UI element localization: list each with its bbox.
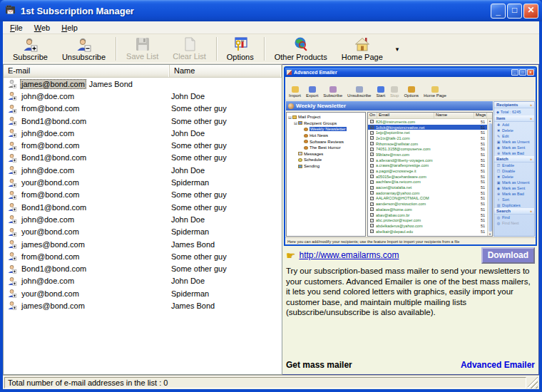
table-row[interactable]: james@bond.com James Bond <box>4 299 282 311</box>
clear-list-label: Clear List <box>173 52 205 61</box>
home-page-button[interactable]: Home Page <box>334 35 390 63</box>
table-row[interactable]: Bond1@bond.com Some other guy <box>4 152 282 164</box>
tree-item: Weekly Newsletter <box>287 126 364 133</box>
column-header-name[interactable]: Name <box>170 65 282 77</box>
pointing-hand-icon: ☛ <box>286 250 295 261</box>
email-cell: john@doe.com <box>20 91 168 101</box>
name-cell: John Doe <box>168 277 282 285</box>
table-row[interactable]: your@bond.com Spiderman <box>4 287 282 299</box>
table-row[interactable]: john@doe.com John Doe <box>4 90 282 102</box>
maximize-button[interactable]: □ <box>507 4 522 19</box>
subscribe-button[interactable]: Subscribe <box>6 35 55 63</box>
person-add-icon <box>7 277 18 286</box>
name-cell: Some other guy <box>168 153 282 162</box>
emailarms-link[interactable]: http://www.emailarms.com <box>299 250 399 260</box>
table-row[interactable]: john@doe.com John Doe <box>4 275 282 287</box>
table-row[interactable]: Bond1@bond.com Some other guy <box>4 201 282 213</box>
tree-node-icon <box>304 146 308 150</box>
mini-menubar <box>285 77 536 83</box>
checkbox-icon: ✓ <box>370 229 374 233</box>
titlebar[interactable]: 1st Subscription Manager _ □ ✕ <box>0 0 542 21</box>
footer-advanced-emailer-link[interactable]: Advanced Emailer <box>461 360 535 370</box>
menu-help[interactable]: Help <box>56 22 83 33</box>
person-add-icon <box>7 190 18 200</box>
tree-item: ⊟ Recipient Groups <box>287 120 364 127</box>
table-row[interactable]: john@doe.com John Doe <box>4 127 282 139</box>
mini-table-row: ✓ aachfare@ia.netcom.com 51 <box>368 180 492 185</box>
table-row[interactable]: your@bond.com Spiderman <box>4 176 282 188</box>
download-button[interactable]: Download <box>481 247 535 264</box>
email-cell: james@bond.com <box>20 79 86 89</box>
checkbox-icon: ✓ <box>370 170 374 173</box>
close-button[interactable]: ✕ <box>523 4 538 19</box>
home-icon <box>354 36 371 53</box>
person-add-icon <box>21 36 39 53</box>
name-cell: John Doe <box>168 215 282 224</box>
column-header-email[interactable]: E-mail <box>4 65 170 77</box>
table-row[interactable]: Bond1@bond.com Some other guy <box>4 115 282 127</box>
name-cell: Some other guy <box>168 190 282 199</box>
mini-table-row: ✓ a.pagot@ecnossrege.it 51 <box>368 168 492 174</box>
ad-footer: Get mass mailer Advanced Emailer <box>284 360 537 374</box>
other-products-button[interactable]: Other Products <box>267 35 334 63</box>
table-row[interactable]: james@bond.com James Bond <box>4 238 282 250</box>
name-cell: John Doe <box>168 166 282 175</box>
checkbox-icon: ✓ <box>370 180 374 184</box>
email-cell: Bond1@bond.com <box>20 202 168 212</box>
name-cell: James Bond <box>168 240 282 249</box>
table-row[interactable]: Bond1@bond.com Some other guy <box>4 262 282 274</box>
email-cell: john@doe.com <box>20 128 168 138</box>
mini-toolbar-button: Start <box>376 86 385 98</box>
checkbox-icon: ✓ <box>370 202 374 206</box>
tree-item: Software Reviews <box>287 138 364 145</box>
mini-toolbar-icon <box>391 86 398 93</box>
options-button[interactable]: Options <box>220 35 261 63</box>
bullet-icon: ◆ <box>496 110 499 114</box>
task-link: ✖Delete <box>494 174 534 180</box>
table-row[interactable]: john@doe.com John Doe <box>4 164 282 176</box>
mini-table-row: ✓ a05015e@acehardware.com 51 <box>368 174 492 180</box>
app-icon <box>4 4 17 17</box>
table-row[interactable]: john@doe.com John Doe <box>4 213 282 225</box>
email-cell: your@bond.com <box>20 227 168 237</box>
checkbox-icon: ✓ <box>370 197 374 200</box>
person-add-icon <box>7 128 18 138</box>
checkbox-icon: ✓ <box>370 125 374 129</box>
mini-app-icon <box>287 70 292 75</box>
unsubscribe-button[interactable]: Unsubscribe <box>55 35 113 63</box>
name-cell: Spiderman <box>168 178 282 187</box>
table-row[interactable]: james@bond.com James Bond <box>4 78 282 90</box>
save-list-button[interactable]: Save List <box>119 35 165 63</box>
checkbox-icon: ✓ <box>370 148 374 151</box>
checkbox-icon: ✓ <box>370 164 374 167</box>
task-link: ⊗Mark as Bad <box>494 150 534 156</box>
person-remove-icon <box>75 36 92 53</box>
table-row[interactable]: from@bond.com Some other guy <box>4 103 282 115</box>
person-add-icon <box>7 301 18 310</box>
task-link: ✚Add <box>494 122 534 128</box>
clear-list-button[interactable]: Clear List <box>165 35 213 63</box>
minimize-button[interactable]: _ <box>491 4 506 19</box>
blank-page-icon <box>182 36 198 52</box>
menu-web[interactable]: Web <box>29 22 56 33</box>
tree-node-icon <box>298 158 302 162</box>
content: E-mail Name james@bond.com James Bond jo… <box>3 64 539 375</box>
table-row[interactable]: from@bond.com Some other guy <box>4 189 282 201</box>
resize-grip[interactable] <box>528 377 538 388</box>
tree-node-icon <box>304 134 308 138</box>
menu-file[interactable]: File <box>4 22 29 33</box>
tree-expander-icon: ⊟ <box>287 115 292 120</box>
tree-item: Messages <box>287 151 364 158</box>
table-row[interactable]: from@bond.com Some other guy <box>4 250 282 262</box>
table-row[interactable]: from@bond.com Some other guy <box>4 139 282 151</box>
tree-node-icon <box>304 128 308 131</box>
checkbox-icon: ✓ <box>370 175 374 178</box>
name-cell: Some other guy <box>168 117 282 125</box>
tree-node-icon <box>298 165 302 168</box>
dropdown-arrow-icon[interactable]: ▾ <box>396 46 399 53</box>
person-add-icon <box>7 215 18 224</box>
table-row[interactable]: your@bond.com Spiderman <box>4 226 282 238</box>
mini-toolbar-icon <box>356 86 363 93</box>
person-add-icon <box>7 91 18 100</box>
mini-maximize-button: □ <box>519 69 526 76</box>
